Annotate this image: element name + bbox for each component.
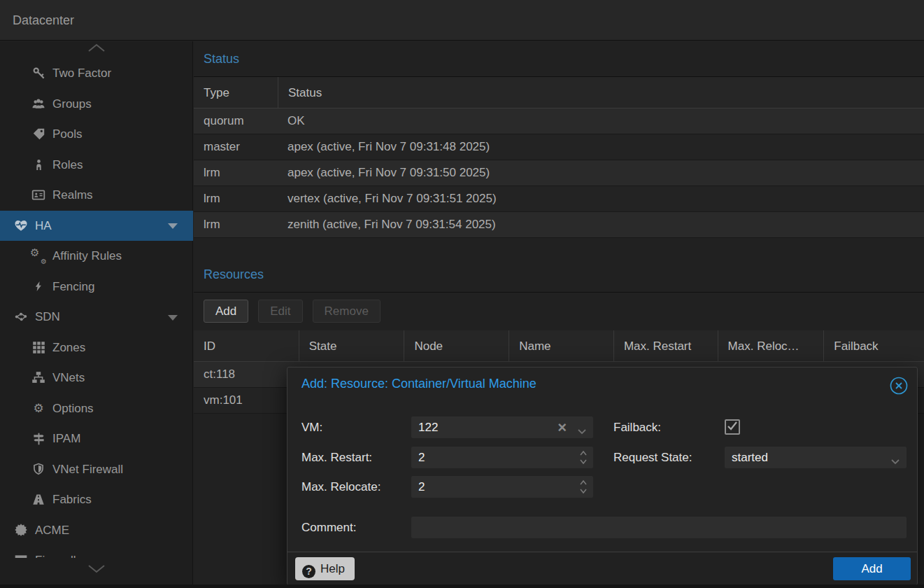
sidebar-item-label: Pools (52, 119, 83, 150)
status-col-status[interactable]: Status (278, 77, 924, 108)
vm-label: VM: (301, 416, 322, 438)
spinner-arrows-icon[interactable] (579, 478, 588, 498)
chevron-down-icon[interactable] (578, 425, 586, 438)
sidebar-item-label: Affinity Rules (52, 241, 122, 272)
users-icon (31, 97, 45, 111)
status-row[interactable]: masterapex (active, Fri Nov 7 09:31:48 2… (194, 134, 924, 160)
sidebar-item-vnet-firewall[interactable]: VNet Firewall (0, 454, 193, 485)
tag-icon (31, 127, 45, 141)
add-submit-button[interactable]: Add (833, 557, 911, 580)
bolt-icon (31, 279, 45, 293)
resources-col-id[interactable]: ID (194, 330, 299, 361)
sidebar-item-acme[interactable]: ACME (0, 515, 193, 546)
cell-status: vertex (active, Fri Nov 7 09:31:51 2025) (278, 186, 924, 211)
sidebar-scroll-down[interactable] (0, 564, 193, 580)
max-relocate-value: 2 (418, 476, 425, 498)
sidebar-item-realms[interactable]: Realms (0, 180, 193, 211)
cell-status: apex (active, Fri Nov 7 09:31:48 2025) (278, 134, 924, 160)
sidebar-item-zones[interactable]: Zones (0, 332, 193, 363)
comment-label: Comment: (301, 517, 356, 538)
resources-col-node[interactable]: Node (404, 330, 509, 361)
address-card-icon (31, 188, 45, 202)
resources-col-name[interactable]: Name (509, 330, 613, 361)
sidebar-item-label: Fencing (52, 272, 94, 302)
caret-down-icon[interactable] (168, 223, 178, 229)
page-title: Datacenter (13, 0, 74, 41)
shield-icon (31, 462, 45, 476)
sidebar-item-fabrics[interactable]: Fabrics (0, 484, 193, 515)
max-restart-value: 2 (418, 447, 425, 468)
sidebar-item-label: VNets (52, 363, 85, 393)
edit-button: Edit (258, 300, 302, 323)
resources-col-state[interactable]: State (299, 330, 404, 361)
help-button[interactable]: ?Help (295, 557, 355, 580)
request-state-select[interactable]: started (725, 447, 907, 468)
cell-type: lrm (194, 186, 278, 211)
dialog-title: Add: Resource: Container/Virtual Machine (301, 377, 536, 391)
status-table-body: quorumOKmasterapex (active, Fri Nov 7 09… (194, 108, 924, 238)
status-row[interactable]: lrmvertex (active, Fri Nov 7 09:31:51 20… (194, 186, 924, 212)
vm-combobox[interactable]: 122 × (411, 416, 593, 438)
close-icon[interactable] (889, 376, 909, 396)
status-col-type[interactable]: Type (194, 77, 278, 108)
sidebar-item-label: SDN (35, 302, 60, 332)
cell-type: master (194, 134, 278, 160)
question-icon: ? (302, 565, 315, 578)
sidebar-item-label: ACME (35, 515, 69, 546)
seal-icon (14, 523, 28, 537)
proxmox-datacenter-screen: Datacenter Two FactorGroupsPoolsRolesRea… (0, 0, 924, 588)
status-row[interactable]: quorumOK (194, 108, 924, 134)
sidebar-item-ipam[interactable]: IPAM (0, 424, 193, 454)
sidebar-item-vnets[interactable]: VNets (0, 363, 193, 393)
max-relocate-spinner[interactable]: 2 (411, 476, 593, 498)
sidebar-item-label: Groups (52, 89, 92, 120)
resources-table-header: IDStateNodeNameMax. RestartMax. Reloc…Fa… (194, 330, 924, 362)
sidebar-item-ha[interactable]: HA (0, 211, 193, 241)
sidebar-item-pools[interactable]: Pools (0, 119, 193, 150)
resources-panel-title: Resources (194, 257, 924, 293)
sidebar-item-label: Two Factor (52, 58, 111, 89)
sidebar-scroll-up[interactable] (0, 43, 193, 58)
max-restart-spinner[interactable]: 2 (411, 447, 593, 468)
sidebar-item-groups[interactable]: Groups (0, 89, 193, 120)
resources-col-max-restart[interactable]: Max. Restart (613, 330, 718, 361)
status-table-header: TypeStatus (194, 77, 924, 108)
sidebar-item-firewall[interactable]: Firewall (0, 545, 193, 558)
road-icon (31, 493, 45, 507)
grid-icon (31, 340, 45, 354)
caret-down-icon[interactable] (168, 315, 178, 321)
status-row[interactable]: lrmzenith (active, Fri Nov 7 09:31:54 20… (194, 212, 924, 238)
sidebar-item-options[interactable]: ⚙Options (0, 393, 193, 424)
cell-status: apex (active, Fri Nov 7 09:31:50 2025) (278, 160, 924, 186)
sidebar-item-label: Roles (52, 150, 83, 181)
sidebar-item-label: Zones (52, 332, 85, 363)
max-restart-label: Max. Restart: (301, 447, 372, 468)
sidebar-item-roles[interactable]: Roles (0, 150, 193, 181)
gears-icon: ⚙⚙ (31, 249, 45, 263)
add-button[interactable]: Add (204, 300, 248, 323)
sidebar-item-sdn[interactable]: SDN (0, 302, 193, 332)
sidebar-item-label: IPAM (52, 424, 80, 454)
sidebar-item-two-factor[interactable]: Two Factor (0, 58, 193, 89)
clear-icon[interactable]: × (557, 417, 567, 438)
sidebar-item-label: Realms (52, 180, 93, 211)
resources-col-max-reloc[interactable]: Max. Reloc… (718, 330, 824, 361)
datacenter-header: Datacenter (0, 0, 924, 41)
status-row[interactable]: lrmapex (active, Fri Nov 7 09:31:50 2025… (194, 160, 924, 186)
window-bottom-edge (0, 584, 924, 588)
share-nodes-icon (14, 310, 28, 324)
remove-button: Remove (313, 300, 381, 323)
resources-col-failback[interactable]: Failback (823, 330, 924, 361)
failback-checkbox[interactable] (725, 419, 740, 435)
comment-input[interactable] (411, 517, 907, 538)
resources-toolbar: AddEditRemove (194, 293, 924, 330)
sidebar-item-label: Fabrics (52, 484, 92, 515)
chevron-down-icon[interactable] (891, 455, 900, 468)
spinner-arrows-icon[interactable] (579, 449, 588, 469)
status-panel: Status TypeStatus quorumOKmasterapex (ac… (194, 41, 924, 238)
sidebar-item-fencing[interactable]: Fencing (0, 272, 193, 302)
signpost-icon (31, 432, 45, 446)
sidebar-item-affinity-rules[interactable]: ⚙⚙Affinity Rules (0, 241, 193, 272)
sidebar-item-label: Options (52, 393, 94, 424)
sidebar-item-label: VNet Firewall (52, 454, 123, 485)
